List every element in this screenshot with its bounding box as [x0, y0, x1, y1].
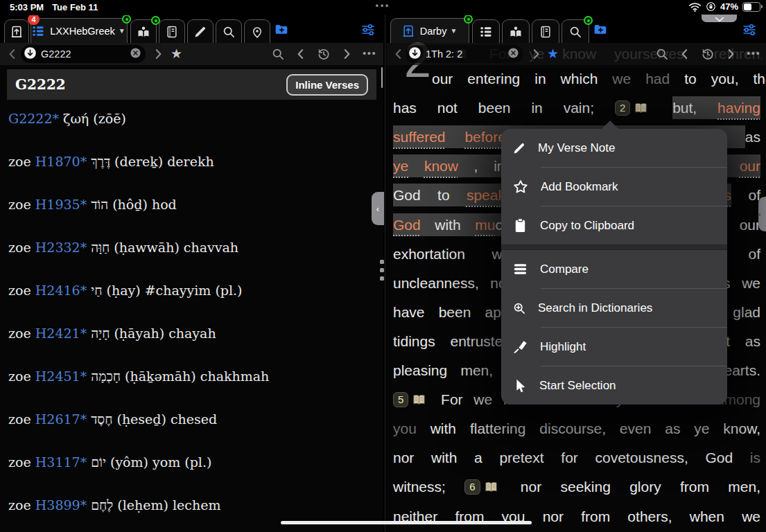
reference-pill[interactable]: 1Th 2: 2	[406, 45, 523, 63]
verse-line[interactable]: witness; 6 nor seeking glory from men,	[393, 475, 760, 500]
reference-text[interactable]: G2222	[41, 48, 125, 60]
pencil-icon	[512, 141, 526, 155]
pulldown-handle[interactable]	[702, 15, 737, 22]
verse-line[interactable]: you with flattering discourse, even as y…	[393, 417, 760, 441]
bookmark-star-icon[interactable]: ★	[171, 46, 182, 62]
scrollbar-thumb[interactable]	[381, 67, 383, 88]
status-time: 5:03 PM	[10, 2, 44, 12]
highlighted-word: having	[717, 96, 760, 119]
verse-number-badge[interactable]: 5	[393, 392, 408, 407]
verse-number-badge[interactable]: 6	[464, 479, 480, 495]
lexicon-entry[interactable]: zoe H2416* חַי (ḥay) #chayyim (pl.)	[8, 283, 243, 299]
strong-number-link[interactable]: H2332*	[35, 240, 87, 255]
verse-number-badge[interactable]: 2	[615, 100, 630, 116]
settings-sliders-icon[interactable]	[742, 23, 756, 39]
app-screen: 5:03 PM Tue Feb 11 ••• 47% 4 LXXHebGreek…	[0, 0, 766, 532]
inline-verses-button[interactable]: Inline Verses	[286, 74, 368, 96]
tab-library[interactable]	[4, 19, 29, 43]
reference-text[interactable]: 1Th 2: 2	[426, 48, 503, 60]
strong-number-link[interactable]: H1935*	[35, 197, 87, 212]
tab-places[interactable]	[244, 19, 270, 43]
collapse-left-pane-handle[interactable]: ‹	[372, 192, 384, 225]
lexicon-entry[interactable]: zoe H2617* חֶסֶד (ḥeseḏ) chesed	[8, 411, 217, 427]
collapse-right-handle[interactable]: ‹	[758, 197, 766, 231]
tab-search[interactable]	[216, 19, 242, 43]
clear-icon[interactable]	[507, 47, 519, 61]
lexicon-entry[interactable]: zoe H3899* לֶחֶם (leḥem) lechem	[8, 497, 220, 513]
history-forward-icon[interactable]	[724, 47, 738, 61]
lexeme: חַוָּה	[91, 240, 110, 255]
strong-number-link[interactable]: H2416*	[35, 283, 87, 298]
lexicon-entry[interactable]: zoe H2421* חָיָה (ḥāyah) chayah	[8, 326, 216, 342]
bookmark-star-icon[interactable]: ★	[547, 46, 559, 62]
open-book-icon[interactable]	[412, 389, 426, 413]
lexicon-entry[interactable]: zoe H1870* דֶּרֶךְ (dereḵ) derekh	[8, 154, 214, 170]
go-to-icon[interactable]	[24, 46, 37, 62]
strong-number-link[interactable]: H1870*	[35, 154, 87, 169]
lexicon-entry[interactable]: zoe H3117* יוֹם (yôm) yom (pl.)	[8, 454, 211, 470]
menu-item-search-in-dictionaries[interactable]: Search in Dictionaries	[501, 289, 727, 327]
tab-search[interactable]	[562, 19, 589, 43]
menu-item-add-bookmark[interactable]: Add Bookmark	[501, 168, 727, 206]
book-upload-icon	[10, 25, 24, 39]
tab-book[interactable]	[532, 19, 559, 43]
lexicon-entry[interactable]: zoe H1935* הוֹד (hôḏ) hod	[8, 197, 177, 213]
reader-icon	[509, 25, 523, 39]
more-icon[interactable]: •••	[747, 47, 760, 61]
menu-item-compare[interactable]: Compare	[501, 250, 727, 288]
verse-line[interactable]: neither from you nor from others, when w…	[393, 505, 760, 529]
history-forward-icon[interactable]	[340, 47, 354, 61]
right-nav-tools: •••	[655, 47, 760, 61]
history-back-icon[interactable]	[294, 47, 308, 61]
verse-word: with flattering discourse, even as ye kn…	[417, 420, 760, 436]
add-folder-icon[interactable]	[275, 23, 288, 39]
menu-item-copy-to-clipboard[interactable]: Copy to Clipboard	[501, 206, 727, 245]
lexeme: יוֹם	[91, 454, 106, 470]
verse-line[interactable]: our entering in which we had to you, tha…	[393, 67, 766, 91]
clear-icon[interactable]	[130, 47, 141, 61]
tab-notes[interactable]	[187, 19, 214, 43]
open-book-icon[interactable]	[634, 98, 648, 121]
menu-item-label: Add Bookmark	[541, 180, 618, 194]
lexicon-entry[interactable]: G2222* ζωή (zōē)	[8, 111, 126, 126]
pane-divider[interactable]	[383, 15, 386, 532]
history-icon[interactable]	[317, 47, 331, 61]
tab-reader[interactable]	[502, 19, 530, 43]
menu-item-my-verse-note[interactable]: My Verse Note	[501, 129, 727, 167]
go-to-icon[interactable]	[408, 46, 421, 62]
tab-lxxhebgreek[interactable]: 4 LXXHebGreek ▼	[31, 18, 128, 43]
back-chevron-icon[interactable]	[6, 47, 19, 61]
tab-book[interactable]	[159, 19, 185, 43]
tab-reader[interactable]	[130, 19, 157, 43]
back-chevron-icon[interactable]	[392, 47, 406, 61]
forward-chevron-icon[interactable]	[151, 47, 165, 61]
history-back-icon[interactable]	[678, 47, 692, 61]
tab-list[interactable]	[472, 19, 500, 43]
add-folder-icon[interactable]	[593, 23, 607, 39]
search-icon[interactable]	[655, 47, 669, 61]
lexicon-entry[interactable]: zoe H2332* חַוָּה (ḥawwāh) chavvah	[8, 240, 238, 256]
home-indicator[interactable]	[281, 521, 532, 524]
menu-item-start-selection[interactable]: Start Selection	[501, 366, 727, 405]
strong-number-link[interactable]: H3117*	[35, 454, 87, 470]
transliteration: (ḥāyah) chayah	[114, 326, 216, 341]
forward-chevron-icon[interactable]	[529, 47, 543, 61]
lexeme: חֶסֶד	[91, 411, 112, 427]
lexeme: דֶּרֶךְ	[91, 154, 110, 169]
strong-number-link[interactable]: H2617*	[35, 411, 87, 427]
history-icon[interactable]	[701, 47, 715, 61]
menu-item-highlight[interactable]: Highlight	[501, 328, 727, 366]
verse-line[interactable]: nor with a pretext for covetousness, God…	[393, 446, 760, 470]
open-book-icon[interactable]	[484, 477, 498, 500]
reference-pill[interactable]: G2222	[21, 45, 146, 63]
more-icon[interactable]: •••	[363, 47, 376, 61]
strong-number-link[interactable]: H2451*	[35, 369, 87, 384]
settings-sliders-icon[interactable]	[361, 23, 375, 39]
verse-word	[652, 100, 672, 116]
strong-number-link[interactable]: H2421*	[35, 326, 87, 341]
lexicon-entry[interactable]: zoe H2451* חָכְמָה (ḥāḵəmāh) chakhmah	[8, 369, 269, 384]
verse-line[interactable]: has not been in vain; 2 but, having	[393, 96, 760, 121]
strong-number-link[interactable]: H3899*	[35, 497, 87, 513]
strong-number-link[interactable]: G2222*	[8, 111, 59, 126]
search-icon[interactable]	[271, 47, 285, 61]
